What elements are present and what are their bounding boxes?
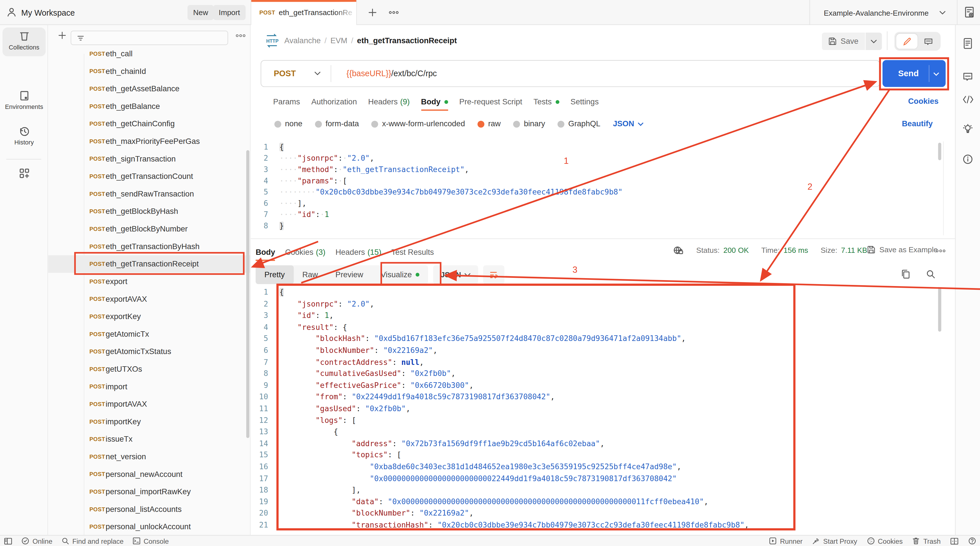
status-value[interactable]: 200 OK — [723, 246, 749, 255]
tab-pretty[interactable]: Pretty — [256, 265, 293, 284]
workspace-title[interactable]: My Workspace — [21, 8, 75, 18]
code-snippet-icon[interactable] — [963, 95, 974, 104]
sidebar-request-item[interactable]: POSTissueTx — [48, 431, 251, 448]
breadcrumb-collection[interactable]: Avalanche — [284, 37, 321, 45]
import-button[interactable]: Import — [213, 5, 245, 20]
body-mode-form-data[interactable]: form-data — [315, 120, 359, 128]
tab-pre-request-script[interactable]: Pre-request Script — [459, 97, 522, 106]
tab-raw[interactable]: Raw — [293, 265, 327, 284]
sidebar-request-item[interactable]: POSTeth_getChainConfig — [48, 115, 251, 133]
response-format-selector[interactable]: JSON — [433, 265, 478, 284]
user-icon[interactable] — [6, 7, 17, 18]
toggle-sidebar-icon[interactable] — [4, 537, 13, 544]
sidebar-request-item[interactable]: POSTeth_getAssetBalance — [48, 80, 251, 98]
save-as-example-button[interactable]: Save as Example — [867, 246, 938, 254]
sidebar-request-item[interactable]: POSTeth_sendRawTransaction — [48, 185, 251, 203]
sidebar-request-item[interactable]: POSTeth_getBalance — [48, 97, 251, 115]
sidebar-request-item[interactable]: POSTpersonal_unlockAccount — [48, 518, 251, 535]
sidebar-request-item[interactable]: POSTeth_maxPriorityFeePerGas — [48, 133, 251, 150]
lightbulb-icon[interactable] — [963, 124, 973, 136]
response-body-editor[interactable]: 1{2 "jsonrpc": "2.0",3 "id": 1,4 "result… — [251, 287, 944, 531]
search-response-icon[interactable] — [926, 269, 936, 279]
sidebar-request-item[interactable]: POSTgetUTXOs — [48, 360, 251, 378]
sidebar-request-item[interactable]: POSTeth_call — [48, 45, 251, 62]
environment-chevron-down-icon[interactable] — [939, 11, 946, 15]
sidebar-request-item[interactable]: POSTeth_getBlockByNumber — [48, 220, 251, 238]
configure-workspace-sidebar-icon[interactable] — [0, 168, 48, 179]
bottom-panel-icon[interactable] — [950, 537, 959, 544]
send-button[interactable]: Send — [883, 60, 946, 87]
tab-test-results[interactable]: Test Results — [391, 248, 434, 257]
help-icon[interactable] — [968, 537, 976, 545]
body-mode-GraphQL[interactable]: GraphQL — [558, 120, 600, 128]
sidebar-filter-input[interactable] — [71, 31, 228, 45]
sidebar-request-item[interactable]: POSTpersonal_listAccounts — [48, 500, 251, 518]
sidebar-request-item[interactable]: POSTimportAVAX — [48, 396, 251, 413]
cookies-button[interactable]: Cookies — [867, 537, 903, 545]
sidebar-request-item[interactable]: POSTeth_signTransaction — [48, 150, 251, 168]
request-body-editor[interactable]: 1{2····"jsonrpc":·"2.0",3····"method":·"… — [251, 141, 944, 231]
start-proxy-button[interactable]: Start Proxy — [812, 537, 857, 545]
send-options-chevron[interactable] — [933, 72, 939, 76]
find-and-replace-button[interactable]: Find and replace — [61, 537, 124, 545]
body-mode-raw[interactable]: raw — [477, 120, 501, 128]
save-button[interactable]: Save — [822, 32, 865, 50]
response-editor-scrollbar[interactable] — [938, 288, 941, 332]
sidebar-request-item[interactable]: POSTimport — [48, 378, 251, 396]
environment-quick-look-icon[interactable] — [964, 6, 975, 19]
url-input[interactable]: {{baseURL}}/ext/bc/C/rpc — [347, 69, 437, 78]
sidebar-item-history[interactable]: History — [0, 126, 48, 145]
online-status[interactable]: Online — [21, 537, 52, 545]
sidebar-request-item[interactable]: POSTnet_version — [48, 448, 251, 466]
language-selector[interactable]: JSON — [613, 120, 644, 128]
sidebar-request-item[interactable]: POSTpersonal_newAccount — [48, 466, 251, 483]
console-button[interactable]: Console — [132, 537, 169, 545]
tab-visualize[interactable]: Visualize — [372, 265, 428, 284]
sidebar-request-item[interactable]: POSTeth_getTransactionByHash — [48, 238, 251, 255]
copy-response-icon[interactable] — [901, 269, 911, 279]
documentation-icon[interactable] — [963, 38, 973, 49]
request-editor-scrollbar[interactable] — [938, 143, 941, 160]
sidebar-scrollbar[interactable] — [246, 150, 250, 438]
trash-button[interactable]: Trash — [912, 537, 941, 545]
sidebar-options-icon[interactable] — [235, 33, 245, 38]
tab-options-icon[interactable] — [389, 10, 399, 15]
method-chevron-down-icon[interactable] — [315, 71, 321, 76]
runner-button[interactable]: Runner — [768, 537, 802, 545]
tab-settings[interactable]: Settings — [570, 97, 598, 106]
sidebar-request-item[interactable]: POSTeth_getTransactionCount — [48, 168, 251, 185]
sidebar-request-item[interactable]: POSTexportAVAX — [48, 291, 251, 308]
sidebar-request-item[interactable]: POSTgetAtomicTx — [48, 325, 251, 343]
add-request-button[interactable] — [57, 31, 67, 40]
body-mode-binary[interactable]: binary — [513, 120, 545, 128]
sidebar-request-item[interactable]: POSTgetAtomicTxStatus — [48, 343, 251, 361]
tab-headers[interactable]: Headers(9) — [368, 97, 410, 106]
edit-mode-button[interactable] — [896, 34, 918, 49]
tab-authorization[interactable]: Authorization — [311, 97, 357, 106]
sidebar-item-environments[interactable]: Environments — [0, 90, 48, 110]
new-button[interactable]: New — [188, 5, 213, 20]
wrap-lines-button[interactable] — [483, 265, 504, 284]
request-tab[interactable]: POST eth_getTransactionRece — [251, 0, 357, 25]
body-mode-x-www-form-urlencoded[interactable]: x-www-form-urlencoded — [372, 120, 465, 128]
time-value[interactable]: 156 ms — [783, 246, 808, 255]
sidebar-request-item[interactable]: POSTpersonal_importRawKey — [48, 483, 251, 501]
sidebar-request-item[interactable]: POSTeth_getTransactionReceipt — [48, 255, 251, 273]
tab-tests[interactable]: Tests — [533, 97, 559, 106]
sidebar-item-collections[interactable]: Collections — [0, 31, 48, 51]
save-options-chevron[interactable] — [865, 32, 881, 50]
new-tab-button[interactable] — [368, 7, 377, 18]
breadcrumb-folder[interactable]: EVM — [330, 37, 347, 45]
comment-mode-button[interactable] — [918, 34, 939, 49]
method-selector[interactable]: POST — [274, 69, 296, 78]
sidebar-request-item[interactable]: POSTeth_getBlockByHash — [48, 203, 251, 220]
environment-selector[interactable]: Example-Avalanche-Environme — [824, 9, 929, 18]
sidebar-request-item[interactable]: POSTexportKey — [48, 308, 251, 326]
beautify-link[interactable]: Beautify — [902, 120, 933, 128]
tab-cookies[interactable]: Cookies(3) — [285, 248, 326, 257]
info-icon[interactable] — [963, 154, 973, 164]
tab-preview[interactable]: Preview — [327, 265, 372, 284]
tab-params[interactable]: Params — [273, 97, 300, 106]
sidebar-request-item[interactable]: POSTimportKey — [48, 413, 251, 431]
cookies-link[interactable]: Cookies — [908, 97, 939, 106]
